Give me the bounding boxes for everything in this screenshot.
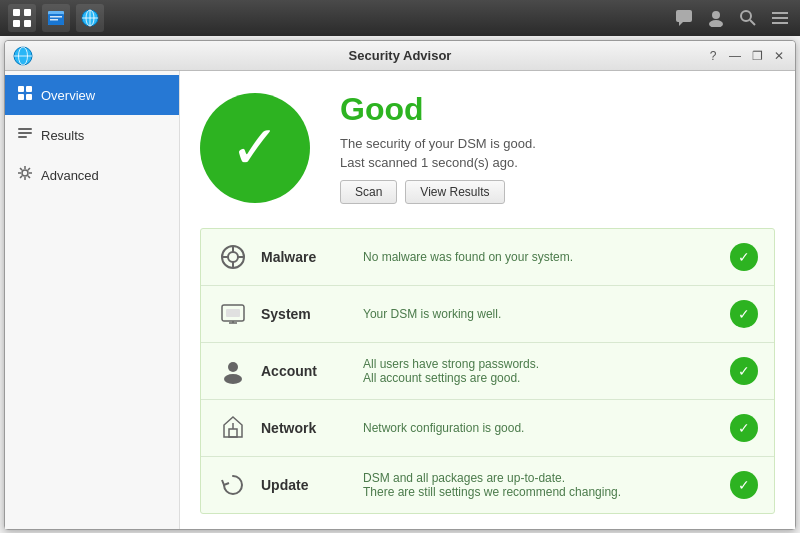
account-icon xyxy=(217,355,249,387)
svg-rect-28 xyxy=(18,128,32,130)
svg-rect-3 xyxy=(24,20,31,27)
svg-rect-18 xyxy=(772,12,788,14)
svg-line-38 xyxy=(28,168,30,170)
security-advisor-window: Security Advisor ? — ❐ ✕ Overview xyxy=(4,40,796,530)
maximize-button[interactable]: ❐ xyxy=(749,48,765,64)
svg-point-41 xyxy=(228,252,238,262)
svg-rect-0 xyxy=(13,9,20,16)
settings-taskbar-icon[interactable] xyxy=(768,6,792,30)
update-desc: DSM and all packages are up-to-date. The… xyxy=(363,471,718,499)
account-desc: All users have strong passwords. All acc… xyxy=(363,357,718,385)
status-circle: ✓ xyxy=(200,93,310,203)
app-icon xyxy=(13,46,33,66)
sidebar-item-overview[interactable]: Overview xyxy=(5,75,179,115)
status-desc2: Last scanned 1 second(s) ago. xyxy=(340,155,536,170)
malware-desc: No malware was found on your system. xyxy=(363,250,718,264)
titlebar-left xyxy=(13,46,33,66)
account-status: ✓ xyxy=(730,357,758,385)
network-status: ✓ xyxy=(730,414,758,442)
network-label: Network xyxy=(261,420,351,436)
svg-marker-13 xyxy=(679,22,683,26)
help-button[interactable]: ? xyxy=(705,48,721,64)
svg-rect-1 xyxy=(24,9,31,16)
main-content: ✓ Good The security of your DSM is good.… xyxy=(180,71,795,529)
status-heading: Good xyxy=(340,91,536,128)
checkmark-icon: ✓ xyxy=(230,118,280,178)
user-taskbar-icon[interactable] xyxy=(704,6,728,30)
results-icon xyxy=(17,125,33,145)
svg-line-17 xyxy=(750,20,755,25)
update-icon xyxy=(217,469,249,501)
titlebar-controls: ? — ❐ ✕ xyxy=(705,48,787,64)
advanced-icon xyxy=(17,165,33,185)
svg-rect-30 xyxy=(18,136,27,138)
svg-rect-19 xyxy=(772,17,788,19)
svg-rect-53 xyxy=(229,429,237,437)
svg-point-15 xyxy=(709,20,723,27)
file-manager-taskbar-icon[interactable] xyxy=(42,4,70,32)
window-title: Security Advisor xyxy=(349,48,452,63)
titlebar: Security Advisor ? — ❐ ✕ xyxy=(5,41,795,71)
sidebar-advanced-label: Advanced xyxy=(41,168,99,183)
table-row: System Your DSM is working well. ✓ xyxy=(201,286,774,343)
malware-status: ✓ xyxy=(730,243,758,271)
svg-point-51 xyxy=(224,374,242,384)
scan-button[interactable]: Scan xyxy=(340,180,397,204)
table-row: Update DSM and all packages are up-to-da… xyxy=(201,457,774,513)
svg-point-50 xyxy=(228,362,238,372)
security-checks-table: Malware No malware was found on your sys… xyxy=(200,228,775,514)
minimize-button[interactable]: — xyxy=(727,48,743,64)
network-icon xyxy=(217,412,249,444)
svg-rect-2 xyxy=(13,20,20,27)
svg-rect-20 xyxy=(772,22,788,24)
svg-line-37 xyxy=(28,176,30,178)
svg-rect-7 xyxy=(50,19,58,21)
svg-rect-26 xyxy=(18,94,24,100)
network-desc: Network configuration is good. xyxy=(363,421,718,435)
svg-rect-24 xyxy=(18,86,24,92)
svg-line-36 xyxy=(20,168,22,170)
status-desc1: The security of your DSM is good. xyxy=(340,136,536,151)
svg-point-31 xyxy=(22,170,28,176)
table-row: Malware No malware was found on your sys… xyxy=(201,229,774,286)
table-row: Account All users have strong passwords.… xyxy=(201,343,774,400)
system-label: System xyxy=(261,306,351,322)
update-label: Update xyxy=(261,477,351,493)
system-status: ✓ xyxy=(730,300,758,328)
status-text: Good The security of your DSM is good. L… xyxy=(340,91,536,204)
svg-point-14 xyxy=(712,11,720,19)
app-grid-taskbar-icon[interactable] xyxy=(8,4,36,32)
sidebar: Overview Results xyxy=(5,71,180,529)
svg-rect-12 xyxy=(676,10,692,22)
svg-rect-6 xyxy=(50,16,62,18)
system-desc: Your DSM is working well. xyxy=(363,307,718,321)
sidebar-overview-label: Overview xyxy=(41,88,95,103)
svg-rect-29 xyxy=(18,132,32,134)
status-buttons: Scan View Results xyxy=(340,180,536,204)
svg-rect-27 xyxy=(26,94,32,100)
update-status: ✓ xyxy=(730,471,758,499)
overview-icon xyxy=(17,85,33,105)
search-taskbar-icon[interactable] xyxy=(736,6,760,30)
network-taskbar-icon[interactable] xyxy=(76,4,104,32)
view-results-button[interactable]: View Results xyxy=(405,180,504,204)
window-body: Overview Results xyxy=(5,71,795,529)
svg-rect-25 xyxy=(26,86,32,92)
sidebar-results-label: Results xyxy=(41,128,84,143)
svg-line-39 xyxy=(20,176,22,178)
system-icon xyxy=(217,298,249,330)
chat-taskbar-icon[interactable] xyxy=(672,6,696,30)
hero-section: ✓ Good The security of your DSM is good.… xyxy=(200,91,775,204)
malware-icon xyxy=(217,241,249,273)
sidebar-item-results[interactable]: Results xyxy=(5,115,179,155)
taskbar-right-area xyxy=(672,6,792,30)
account-label: Account xyxy=(261,363,351,379)
table-row: Network Network configuration is good. ✓ xyxy=(201,400,774,457)
taskbar xyxy=(0,0,800,36)
svg-point-16 xyxy=(741,11,751,21)
malware-label: Malware xyxy=(261,249,351,265)
sidebar-item-advanced[interactable]: Advanced xyxy=(5,155,179,195)
close-button[interactable]: ✕ xyxy=(771,48,787,64)
svg-rect-49 xyxy=(226,309,240,317)
